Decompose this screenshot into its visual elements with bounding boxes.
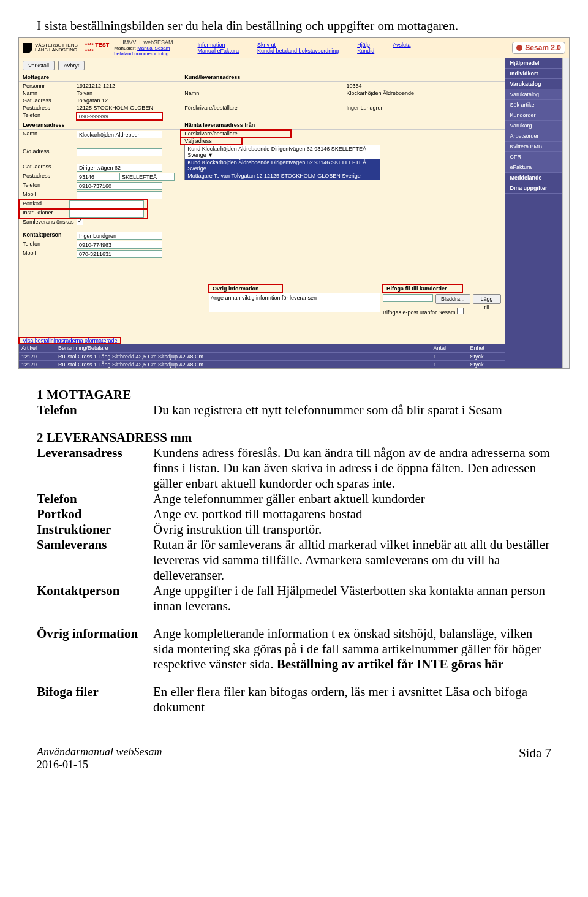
ex-lev-v: Kundens adress föreslås. Du kan ändra ti… xyxy=(153,445,551,491)
side-meddelande[interactable]: Meddelande xyxy=(505,173,562,183)
instr-input[interactable] xyxy=(69,210,144,218)
table-row[interactable]: 12179 Rullstol Cross 1 Lång Sittbredd 42… xyxy=(19,352,505,360)
link-kundid-bokstav[interactable]: Kundid betaland bokstavsordning xyxy=(257,48,339,54)
lagg-till-button[interactable]: Lägg till xyxy=(473,294,501,304)
side-varukatalog-sub[interactable]: Varukatalog xyxy=(505,89,562,100)
ex-telefon-k: Telefon xyxy=(37,403,153,418)
sesam-text: Sesam 2.0 xyxy=(525,44,561,52)
side-kundorder[interactable]: Kundorder xyxy=(505,110,562,121)
topbar: VÄSTERBOTTENS LÄNS LANDSTING **** TEST *… xyxy=(19,38,569,58)
file-path-input[interactable] xyxy=(383,294,433,302)
link-manual-efaktura[interactable]: Manual eFaktura xyxy=(198,48,239,54)
ex-h1: 1 MOTTAGARE xyxy=(37,387,551,403)
hamta-heading: Hämta leveransadress från xyxy=(181,121,504,130)
test-label: **** TEST **** xyxy=(85,42,110,54)
ex-telefon-v: Du kan registrera ett nytt telefonnummer… xyxy=(153,403,551,418)
side-varukorg[interactable]: Varukorg xyxy=(505,121,562,131)
portkod-input[interactable] xyxy=(69,200,144,208)
lev-mobil-label: Mobil xyxy=(23,191,77,199)
side-nav: Hjälpmedel Individkort Varukatalog Varuk… xyxy=(505,58,562,368)
manuals-label: Manualer: xyxy=(114,45,136,51)
personnr-label: Personnr xyxy=(23,83,77,89)
ovrig-info-textarea[interactable]: Ange annan viktig informtion för leveran… xyxy=(209,293,380,312)
table-row[interactable]: 12179 Rullstol Cross 1 Lång Sittbredd 42… xyxy=(19,360,505,368)
footer-page: Sida 7 xyxy=(519,746,551,771)
lev-gatu-label: Gatuadress xyxy=(23,164,77,172)
side-hjalpmedel[interactable]: Hjälpmedel xyxy=(505,58,562,69)
link-betaland[interactable]: betaland nummerordning xyxy=(114,51,168,56)
lev-namn-input[interactable]: Klockarhöjden Äldreboen xyxy=(77,131,162,138)
org-logo: VÄSTERBOTTENS LÄNS LANDSTING xyxy=(23,43,78,53)
kontakt-mobil-input[interactable]: 070-3211631 xyxy=(77,250,162,258)
co-input[interactable] xyxy=(77,148,162,156)
co-label: C/o adress xyxy=(23,148,77,156)
lev-postort-input[interactable]: SKELLEFTEÅ xyxy=(119,173,175,181)
sesam-dot-icon xyxy=(516,45,522,51)
page-footer: Användarmanual webSesam 2016-01-15 Sida … xyxy=(37,746,551,771)
link-information[interactable]: Information xyxy=(198,42,239,48)
kundlev-namn-label: Namn xyxy=(184,90,238,96)
ex-bif-k: Bifoga filer xyxy=(37,684,153,715)
link-kundid[interactable]: Kundid xyxy=(357,48,374,54)
kund-namn: Klockarhöjden Äldreboende xyxy=(346,90,414,96)
kontakt-tel-input[interactable]: 0910-774963 xyxy=(77,241,162,249)
ex-ovr-v: Ange kompletterande information t ex öns… xyxy=(153,626,551,672)
visa-bestallning-link[interactable]: Visa beställningsraderna oformaterade xyxy=(19,338,121,344)
verkstall-button[interactable]: Verkställ xyxy=(23,61,55,70)
lev-mobil-input[interactable] xyxy=(77,191,162,199)
personnr-value: 19121212‑1212 xyxy=(77,83,115,89)
link-skriv-ut[interactable]: Skriv ut xyxy=(257,42,339,48)
ex-lev-k: Leveransadress xyxy=(37,445,153,491)
epost-label: Bifogas e-post utanför Sesam xyxy=(383,309,456,316)
gatu-label: Gatuadress xyxy=(23,97,77,104)
side-efaktura[interactable]: eFaktura xyxy=(505,162,562,173)
ex-instr-k: Instruktioner xyxy=(37,522,153,537)
ex-sam-k: Samleverans xyxy=(37,537,153,583)
epost-checkbox[interactable] xyxy=(457,308,464,314)
lev-namn-label: Namn xyxy=(23,131,77,138)
lev-tel-input[interactable]: 0910-737160 xyxy=(77,182,162,190)
sesam-badge: Sesam 2.0 xyxy=(512,42,565,54)
lev-post-label: Postadress xyxy=(23,173,77,181)
logo-icon xyxy=(23,43,32,53)
post-value: 12125 STOCKHOLM-GLOBEN xyxy=(77,105,153,111)
kontakt-heading: Kontaktperson xyxy=(23,232,77,240)
instr-label: Instruktioner xyxy=(23,210,69,218)
link-manual-sesam[interactable]: Manual Sesam xyxy=(137,45,170,51)
telefon-label: Telefon xyxy=(23,112,77,120)
side-individkort[interactable]: Individkort xyxy=(505,69,562,79)
kontakt-namn-input[interactable]: Inger Lundgren xyxy=(77,232,162,240)
link-hjalp[interactable]: Hjälp xyxy=(357,42,374,48)
lev-tel-label: Telefon xyxy=(23,182,77,190)
side-dina-uppgifter[interactable]: Dina uppgifter xyxy=(505,183,562,194)
side-varukatalog[interactable]: Varukatalog xyxy=(505,79,562,89)
screenshot-mock: VÄSTERBOTTENS LÄNS LANDSTING **** TEST *… xyxy=(18,37,570,369)
mottagare-telefon-input[interactable]: 090-999999 xyxy=(77,112,162,120)
forskrivare-label: Förskrivare/beställare xyxy=(184,105,238,111)
col-artikel: Artikel xyxy=(19,344,56,352)
samleverans-label: Samleverans önskas xyxy=(23,219,77,225)
mottagare-heading: Mottagare xyxy=(19,73,181,82)
side-cfr[interactable]: CFR xyxy=(505,152,562,162)
samleverans-checkbox[interactable] xyxy=(77,219,83,225)
link-avsluta[interactable]: Avsluta xyxy=(393,42,410,48)
footer-date: 2016-01-15 xyxy=(37,759,162,771)
lev-gatu-input[interactable]: Dirigentvägen 62 xyxy=(77,164,162,172)
side-kvittera[interactable]: Kvittera BMB xyxy=(505,142,562,152)
lev-postnr-input[interactable]: 93146 xyxy=(77,173,119,181)
side-arbetsorder[interactable]: Arbetsorder xyxy=(505,131,562,142)
valj-adress-dropdown[interactable]: Kund Klockarhöjden Äldreboende Dirigentv… xyxy=(184,145,380,180)
scrollbar[interactable] xyxy=(562,58,569,368)
ex-sam-v: Rutan är för samleverans är alltid marke… xyxy=(153,537,551,583)
dropdown-opt-1[interactable]: Kund Klockarhöjden Äldreboende Dirigentv… xyxy=(185,159,380,172)
ex-port-k: Portkod xyxy=(37,507,153,522)
kundlev-heading: Kund/leveransadress xyxy=(181,73,342,82)
ex-port-v: Ange ev. portkod till mottagarens bostad xyxy=(153,507,551,522)
dropdown-opt-2[interactable]: Mottagare Tolvan Tolvgatan 12 12125 STOC… xyxy=(185,172,380,180)
avbryt-button[interactable]: Avbryt xyxy=(58,61,85,70)
bladdra-button[interactable]: Bläddra... xyxy=(435,294,470,304)
side-sok-artikel[interactable]: Sök artikel xyxy=(505,100,562,110)
portkod-label: Portkod xyxy=(23,200,69,208)
namn-label: Namn xyxy=(23,90,77,96)
col-benamning: Benämning/Betalare xyxy=(56,344,431,352)
